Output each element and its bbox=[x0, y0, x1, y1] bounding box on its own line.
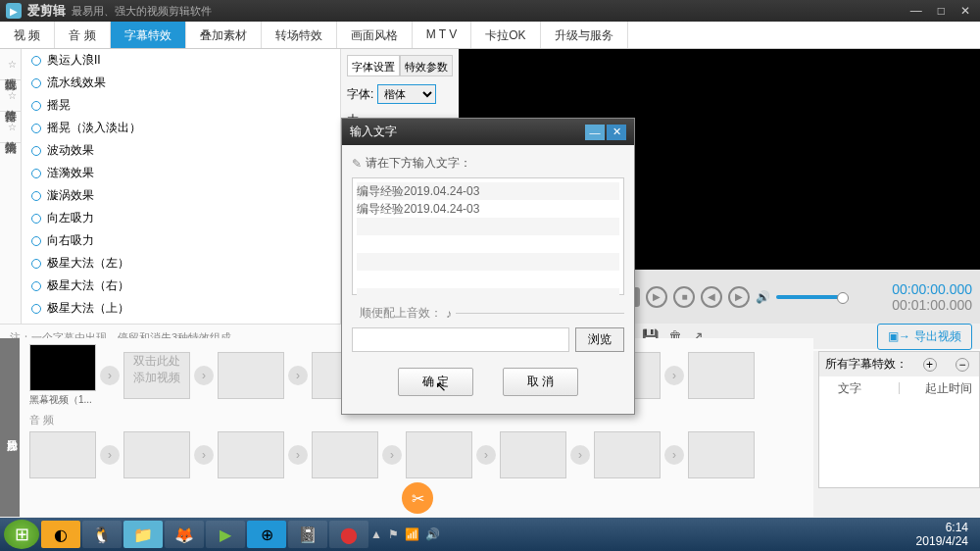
export-video-button[interactable]: ▣→ 导出视频 bbox=[877, 324, 972, 350]
clip-name: 黑幕视频（1... bbox=[29, 393, 96, 407]
vtab-disappear[interactable]: ☆消失特效 bbox=[0, 112, 21, 143]
effect-item[interactable]: 奥运人浪II bbox=[22, 49, 340, 72]
dialog-minimize-icon[interactable]: — bbox=[585, 125, 605, 140]
browse-button[interactable]: 浏览 bbox=[575, 327, 624, 352]
audio-slot[interactable] bbox=[406, 431, 472, 478]
dialog-title: 输入文字 bbox=[350, 124, 397, 140]
font-label: 字体: bbox=[347, 86, 373, 103]
empty-clip-slot[interactable] bbox=[688, 352, 755, 399]
cut-button[interactable]: ✂ bbox=[402, 482, 433, 514]
effect-item[interactable]: 极星大法（右） bbox=[22, 275, 340, 297]
tab-font-settings[interactable]: 字体设置 bbox=[347, 55, 400, 76]
tab-subtitle-fx[interactable]: 字幕特效 bbox=[111, 22, 186, 48]
effect-list[interactable]: 奥运人浪II流水线效果摇晃摇晃（淡入淡出）波动效果涟漪效果漩涡效果向左吸力向右吸… bbox=[22, 49, 341, 324]
audio-track-label: 音 频 bbox=[29, 413, 808, 427]
effect-item[interactable]: 漩涡效果 bbox=[22, 184, 340, 207]
effect-item[interactable]: 流水线效果 bbox=[22, 72, 340, 94]
stop-icon[interactable]: ■ bbox=[673, 286, 695, 308]
effect-item[interactable]: 摇晃 bbox=[22, 94, 340, 117]
tab-transition[interactable]: 转场特效 bbox=[262, 22, 337, 48]
taskbar-app-icon[interactable]: 📓 bbox=[288, 521, 327, 548]
tray-up-icon[interactable]: ▲ bbox=[370, 527, 382, 541]
tab-karaoke[interactable]: 卡拉OK bbox=[471, 22, 540, 48]
dialog-close-icon[interactable]: ✕ bbox=[607, 125, 626, 140]
player-controls: 2X ▶ ■ ◀ ▶ 🔊 00:00:00.000 00:01:00.000 bbox=[608, 270, 980, 324]
vtab-stay[interactable]: ☆停留特效 bbox=[0, 80, 21, 112]
remove-subtitle-icon[interactable]: − bbox=[956, 358, 969, 372]
col-time: 起止时间 bbox=[924, 380, 973, 397]
music-note-icon: ♪ bbox=[446, 307, 452, 321]
empty-clip-slot[interactable]: 双击此处添加视频 bbox=[123, 352, 190, 399]
taskbar-app-icon[interactable]: 🐧 bbox=[82, 521, 122, 548]
maximize-icon[interactable]: □ bbox=[934, 4, 949, 18]
tab-mtv[interactable]: M T V bbox=[413, 22, 472, 48]
effect-item[interactable]: 波动效果 bbox=[22, 139, 340, 162]
taskbar-app-icon[interactable]: ⊕ bbox=[247, 521, 286, 548]
app-logo-icon: ▶ bbox=[6, 3, 22, 19]
effect-item[interactable]: 摇晃（淡入淡出） bbox=[22, 117, 340, 139]
subtitle-list-panel: 所有字幕特效： + − 文字 | 起止时间 bbox=[818, 351, 980, 488]
taskbar-app-icon[interactable]: ◐ bbox=[41, 521, 80, 548]
input-text-dialog: 输入文字 — ✕ ✎ 请在下方输入文字： 编导经验2019.04.24-03 编… bbox=[341, 118, 635, 415]
effect-item[interactable]: 极星大法（下） bbox=[22, 320, 340, 324]
effect-item[interactable]: 涟漪效果 bbox=[22, 162, 340, 184]
prev-frame-icon[interactable]: ◀ bbox=[701, 286, 722, 308]
audio-slot[interactable] bbox=[500, 431, 566, 478]
effect-item[interactable]: 向右吸力 bbox=[22, 229, 340, 252]
audio-slot[interactable] bbox=[688, 431, 755, 478]
ok-button[interactable]: 确 定 bbox=[398, 368, 473, 396]
play-icon[interactable]: ▶ bbox=[646, 286, 667, 308]
effect-item[interactable]: 向左吸力 bbox=[22, 207, 340, 229]
sound-path-input[interactable] bbox=[352, 327, 569, 352]
add-subtitle-icon[interactable]: + bbox=[923, 358, 937, 372]
titlebar: ▶ 爱剪辑 最易用、强大的视频剪辑软件 — □ ✕ bbox=[0, 0, 980, 22]
taskbar-app-icon[interactable]: ▶ bbox=[206, 521, 245, 548]
tray-volume-icon[interactable]: 🔊 bbox=[425, 527, 440, 541]
sound-label: 顺便配上音效： bbox=[360, 305, 442, 322]
tab-overlay[interactable]: 叠加素材 bbox=[186, 22, 262, 48]
windows-taskbar: ◐ 🐧 📁 🦊 ▶ ⊕ 📓 ⬤ ▲ ⚑ 📶 🔊 6:14 2019/4/24 bbox=[0, 518, 980, 551]
timeline-label: 已添加片段 bbox=[0, 338, 20, 517]
tray-network-icon[interactable]: 📶 bbox=[405, 527, 419, 541]
tab-audio[interactable]: 音 频 bbox=[55, 22, 110, 48]
minimize-icon[interactable]: — bbox=[906, 4, 926, 18]
volume-icon[interactable]: 🔊 bbox=[756, 290, 770, 304]
taskbar-app-icon[interactable]: 🦊 bbox=[165, 521, 204, 548]
volume-slider[interactable] bbox=[776, 295, 845, 299]
arrow-icon: › bbox=[194, 366, 214, 385]
start-button[interactable] bbox=[4, 520, 39, 549]
dialog-prompt: 请在下方输入文字： bbox=[366, 155, 471, 172]
total-time: 00:01:00.000 bbox=[892, 297, 972, 313]
text-input-area[interactable]: 编导经验2019.04.24-03 编导经验2019.04.24-03 bbox=[352, 177, 624, 295]
audio-slot[interactable] bbox=[123, 431, 190, 478]
next-frame-icon[interactable]: ▶ bbox=[728, 286, 750, 308]
cancel-button[interactable]: 取 消 bbox=[503, 368, 578, 396]
effect-item[interactable]: 极星大法（左） bbox=[22, 252, 340, 275]
font-select[interactable]: 楷体 bbox=[377, 84, 436, 104]
audio-slot[interactable] bbox=[312, 431, 378, 478]
edit-icon: ✎ bbox=[352, 157, 362, 171]
tray-flag-icon[interactable]: ⚑ bbox=[388, 527, 399, 541]
main-tabs: 视 频 音 频 字幕特效 叠加素材 转场特效 画面风格 M T V 卡拉OK 升… bbox=[0, 22, 980, 49]
tab-fx-params[interactable]: 特效参数 bbox=[400, 55, 453, 76]
tab-video[interactable]: 视 频 bbox=[0, 22, 55, 48]
video-clip[interactable] bbox=[29, 344, 96, 391]
effect-item[interactable]: 极星大法（上） bbox=[22, 297, 340, 320]
tab-style[interactable]: 画面风格 bbox=[337, 22, 413, 48]
audio-slot[interactable] bbox=[29, 431, 96, 478]
taskbar-app-icon[interactable]: 📁 bbox=[123, 521, 163, 548]
taskbar-clock[interactable]: 6:14 2019/4/24 bbox=[916, 521, 976, 549]
vtab-appear[interactable]: ☆出现特效 bbox=[0, 49, 21, 80]
empty-clip-slot[interactable] bbox=[218, 352, 284, 399]
audio-slot[interactable] bbox=[218, 431, 284, 478]
audio-slot[interactable] bbox=[594, 431, 661, 478]
app-subtitle: 最易用、强大的视频剪辑软件 bbox=[72, 4, 212, 19]
left-vertical-tabs: ☆出现特效 ☆停留特效 ☆消失特效 bbox=[0, 49, 22, 324]
taskbar-app-icon[interactable]: ⬤ bbox=[329, 521, 368, 548]
arrow-icon: › bbox=[288, 366, 308, 385]
current-time: 00:00:00.000 bbox=[892, 281, 972, 297]
tab-upgrade[interactable]: 升级与服务 bbox=[541, 22, 628, 48]
arrow-icon: › bbox=[100, 366, 120, 385]
close-icon[interactable]: ✕ bbox=[956, 4, 974, 18]
export-icon: ▣→ bbox=[888, 329, 910, 343]
